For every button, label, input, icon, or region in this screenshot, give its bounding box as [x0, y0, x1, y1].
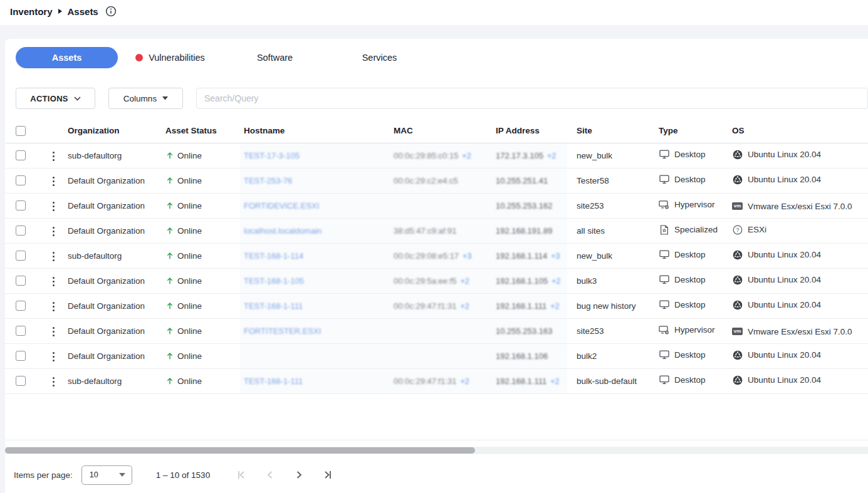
vmware-icon: vm	[732, 202, 743, 210]
asset-table: Organization Asset Status Hostname MAC I…	[5, 119, 868, 394]
os-value: Ubuntu Linux 20.04	[748, 300, 821, 309]
row-checkbox[interactable]	[16, 200, 26, 210]
horizontal-scrollbar-track[interactable]	[5, 447, 868, 454]
column-header-asset-status[interactable]: Asset Status	[162, 119, 240, 143]
next-page-icon[interactable]	[293, 469, 305, 481]
hypervisor-icon	[659, 325, 669, 335]
status-value: Online	[177, 276, 202, 286]
mac-value: 00:0c:29:85:c0:15	[394, 151, 458, 160]
status-up-arrow-icon	[165, 251, 174, 261]
row-menu-kebab-icon[interactable]	[48, 148, 60, 165]
status-up-arrow-icon	[165, 326, 174, 336]
ip-value: 192.168.1.111	[496, 376, 546, 386]
desktop-icon	[659, 350, 669, 360]
select-all-checkbox[interactable]	[16, 126, 26, 136]
ip-more-link[interactable]: +2	[550, 377, 559, 386]
table-row: Default Organization Online FORTIDEVICE.…	[5, 193, 868, 218]
table-row: Default Organization Online 192.168.1.10…	[5, 343, 868, 368]
hostname-link[interactable]: localhost.localdomain	[244, 226, 322, 236]
ip-more-link[interactable]: +2	[550, 302, 559, 311]
row-checkbox[interactable]	[16, 276, 26, 286]
items-per-page-select[interactable]: 10	[81, 465, 132, 485]
row-checkbox[interactable]	[16, 301, 26, 311]
column-header-os[interactable]: OS	[727, 119, 868, 143]
type-value: Desktop	[674, 250, 706, 259]
row-menu-kebab-icon[interactable]	[48, 373, 60, 390]
mac-more-link[interactable]: +2	[460, 277, 469, 286]
hostname-link[interactable]: TEST-168-1-111	[244, 376, 303, 386]
row-menu-kebab-icon[interactable]	[48, 173, 60, 190]
table-row: Default Organization Online TEST-168-1-1…	[5, 293, 868, 318]
row-menu-kebab-icon[interactable]	[48, 273, 60, 290]
hostname-link[interactable]: TEST-168-1-111	[244, 301, 303, 311]
row-menu-kebab-icon[interactable]	[48, 298, 60, 315]
row-checkbox[interactable]	[16, 376, 26, 386]
site-value: site253	[577, 201, 604, 210]
status-value: Online	[177, 376, 202, 386]
last-page-icon[interactable]	[322, 469, 334, 481]
row-menu-kebab-icon[interactable]	[48, 223, 60, 240]
row-checkbox[interactable]	[16, 226, 26, 236]
organization-value: sub-defaultorg	[68, 251, 122, 261]
search-input[interactable]	[196, 88, 868, 109]
breadcrumb-section[interactable]: Inventory	[10, 6, 53, 17]
row-checkbox[interactable]	[16, 175, 26, 185]
organization-value: sub-defaultorg	[68, 376, 122, 386]
column-header-mac[interactable]: MAC	[389, 119, 491, 143]
table-row: sub-defaultorg Online TEST-168-1-111 00:…	[5, 368, 868, 393]
mac-more-link[interactable]: +3	[463, 252, 471, 261]
row-checkbox[interactable]	[16, 351, 26, 361]
table-header-row: Organization Asset Status Hostname MAC I…	[5, 119, 868, 143]
row-menu-kebab-icon[interactable]	[48, 198, 60, 215]
hostname-link[interactable]: TEST-253-76	[244, 176, 292, 185]
organization-value: Default Organization	[68, 326, 145, 336]
ip-more-link[interactable]: +3	[551, 252, 560, 261]
mac-more-link[interactable]: +2	[460, 302, 469, 311]
tab-services-label: Services	[362, 53, 397, 63]
tab-vulnerabilities-label: Vulnerabilities	[149, 53, 205, 63]
ip-value: 10.255.251.41	[496, 176, 548, 185]
row-checkbox[interactable]	[16, 251, 26, 261]
caret-down-icon	[162, 96, 168, 100]
ip-more-link[interactable]: +2	[552, 277, 560, 286]
ip-value: 10.255.253.162	[496, 201, 552, 210]
hostname-link[interactable]: TEST-168-1-114	[244, 251, 303, 261]
columns-button[interactable]: Columns	[108, 88, 183, 109]
pager-controls	[235, 469, 334, 481]
row-menu-kebab-icon[interactable]	[48, 323, 60, 340]
tab-vulnerabilities[interactable]: Vulnerabilities	[118, 47, 222, 68]
mac-more-link[interactable]: +2	[462, 152, 471, 160]
site-value: bug new history	[577, 301, 636, 311]
column-header-organization[interactable]: Organization	[61, 119, 162, 143]
desktop-icon	[659, 375, 669, 385]
prev-page-icon	[264, 469, 276, 481]
ubuntu-icon	[732, 250, 743, 260]
hostname-link[interactable]: TEST-168-1-105	[244, 276, 304, 286]
hostname-link[interactable]: FORTITESTER.ESXI	[244, 326, 321, 336]
status-value: Online	[177, 251, 202, 261]
tab-services[interactable]: Services	[327, 47, 432, 68]
top-bar: Inventory Assets	[0, 0, 868, 25]
type-value: Desktop	[674, 375, 706, 385]
mac-more-link[interactable]: +2	[460, 377, 469, 386]
ip-more-link[interactable]: +2	[547, 152, 556, 160]
tab-software[interactable]: Software	[222, 47, 327, 68]
hostname-link[interactable]: FORTIDEVICE.ESXI	[244, 201, 319, 210]
info-icon[interactable]	[105, 6, 117, 17]
row-menu-kebab-icon[interactable]	[48, 248, 60, 265]
column-header-hostname[interactable]: Hostname	[240, 119, 389, 143]
column-header-type[interactable]: Type	[654, 119, 727, 143]
tab-assets[interactable]: Assets	[16, 47, 118, 68]
row-menu-kebab-icon[interactable]	[48, 348, 60, 365]
hypervisor-icon	[659, 200, 669, 209]
horizontal-scrollbar-thumb[interactable]	[5, 447, 475, 454]
column-header-ip[interactable]: IP Address	[491, 119, 567, 143]
actions-button[interactable]: ACTIONS	[16, 88, 95, 109]
os-value: Ubuntu Linux 20.04	[748, 150, 821, 159]
column-header-site[interactable]: Site	[567, 119, 654, 143]
os-value: Vmware Esx/esxi Esxi 7.0.0	[748, 327, 852, 336]
row-checkbox[interactable]	[16, 150, 26, 160]
hostname-link[interactable]: TEST-17-3-105	[244, 151, 300, 160]
asset-table-body: sub-defaultorg Online TEST-17-3-105 00:0…	[5, 143, 868, 393]
row-checkbox[interactable]	[16, 326, 26, 336]
